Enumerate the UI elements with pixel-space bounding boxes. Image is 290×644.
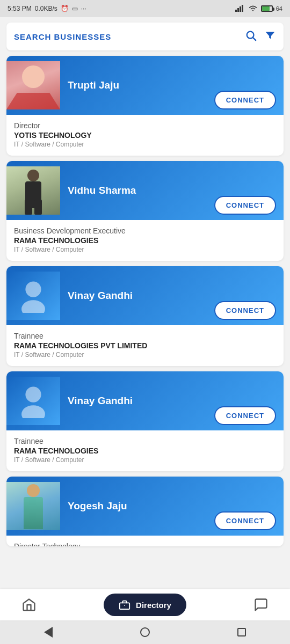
card-1-name: Trupti Jaju bbox=[60, 79, 276, 91]
card-4-body: Trainnee RAMA TECHNOLOGIES IT / Software… bbox=[6, 430, 284, 471]
alarm-icon: ⏰ bbox=[61, 5, 69, 12]
status-bar: 5:53 PM 0.0KB/s ⏰ ▭ ··· 64 bbox=[0, 0, 290, 17]
svg-point-9 bbox=[21, 405, 45, 418]
svg-rect-2 bbox=[240, 6, 241, 12]
android-recents-button[interactable] bbox=[235, 626, 248, 639]
home-nav-button[interactable] bbox=[21, 597, 37, 612]
android-nav-bar bbox=[0, 620, 290, 644]
card-1: Trupti Jaju CONNECT Director YOTIS TECHN… bbox=[6, 56, 284, 156]
bottom-nav: Directory bbox=[0, 589, 290, 620]
directory-nav-button[interactable]: Directory bbox=[104, 594, 186, 616]
card-1-header: Trupti Jaju CONNECT bbox=[6, 56, 284, 115]
card-4: Vinay Gandhi CONNECT Trainnee RAMA TECHN… bbox=[6, 371, 284, 471]
card-5-connect-button[interactable]: CONNECT bbox=[214, 511, 276, 530]
card-5-avatar bbox=[6, 482, 60, 530]
card-1-role: Director bbox=[14, 121, 276, 130]
wifi-icon bbox=[248, 4, 258, 13]
svg-rect-10 bbox=[120, 603, 129, 609]
card-2-category: IT / Software / Computer bbox=[14, 246, 276, 253]
card-1-body: Director YOTIS TECHNOLOGY IT / Software … bbox=[6, 115, 284, 156]
card-3-name: Vinay Gandhi bbox=[60, 290, 276, 302]
svg-line-5 bbox=[253, 38, 256, 40]
filter-icon[interactable] bbox=[264, 30, 276, 43]
card-1-avatar bbox=[6, 61, 60, 109]
status-right: 64 bbox=[235, 4, 282, 13]
card-3-avatar bbox=[6, 272, 60, 320]
card-5-role: Director Technology bbox=[14, 542, 276, 546]
card-4-company: RAMA TECHNOLOGIES bbox=[14, 447, 276, 455]
battery-icon bbox=[261, 5, 273, 12]
svg-rect-1 bbox=[237, 8, 239, 12]
card-3-role: Trainnee bbox=[14, 332, 276, 340]
card-5: Yogesh Jaju CONNECT Director Technology bbox=[6, 477, 284, 546]
card-1-connect-button[interactable]: CONNECT bbox=[214, 91, 276, 109]
card-2-body: Business Development Executive RAMA TECH… bbox=[6, 220, 284, 261]
messages-nav-button[interactable] bbox=[253, 597, 269, 612]
card-4-connect-button[interactable]: CONNECT bbox=[214, 406, 276, 425]
status-data: 0.0KB/s bbox=[35, 5, 57, 12]
card-1-category: IT / Software / Computer bbox=[14, 141, 276, 148]
android-back-button[interactable] bbox=[42, 626, 55, 639]
card-2-header: Vidhu Sharma CONNECT bbox=[6, 161, 284, 220]
svg-rect-3 bbox=[242, 5, 243, 12]
cards-container: Trupti Jaju CONNECT Director YOTIS TECHN… bbox=[0, 56, 290, 546]
svg-point-6 bbox=[25, 281, 41, 297]
screen-icon: ▭ bbox=[72, 5, 78, 12]
svg-point-7 bbox=[21, 300, 45, 313]
card-3-company: RAMA TECHNOLOGIES PVT LIMITED bbox=[14, 341, 276, 350]
search-bar[interactable] bbox=[6, 23, 284, 50]
battery-percent: 64 bbox=[276, 5, 282, 12]
svg-rect-0 bbox=[235, 10, 237, 12]
briefcase-icon bbox=[119, 599, 130, 611]
card-4-role: Trainnee bbox=[14, 437, 276, 445]
search-input[interactable] bbox=[14, 32, 245, 41]
card-3-header: Vinay Gandhi CONNECT bbox=[6, 266, 284, 325]
card-3-body: Trainnee RAMA TECHNOLOGIES PVT LIMITED I… bbox=[6, 325, 284, 366]
card-2: Vidhu Sharma CONNECT Business Developmen… bbox=[6, 161, 284, 261]
status-time: 5:53 PM bbox=[8, 5, 32, 12]
card-2-connect-button[interactable]: CONNECT bbox=[214, 196, 276, 215]
card-3-connect-button[interactable]: CONNECT bbox=[214, 301, 276, 320]
card-2-company: RAMA TECHNOLOGIES bbox=[14, 236, 276, 245]
signal-icon bbox=[235, 4, 245, 13]
search-icon[interactable] bbox=[245, 30, 257, 43]
card-2-avatar bbox=[6, 166, 60, 215]
card-4-header: Vinay Gandhi CONNECT bbox=[6, 371, 284, 430]
card-3: Vinay Gandhi CONNECT Trainnee RAMA TECHN… bbox=[6, 266, 284, 366]
card-4-name: Vinay Gandhi bbox=[60, 395, 276, 407]
card-2-role: Business Development Executive bbox=[14, 226, 276, 235]
search-icons bbox=[245, 30, 276, 43]
card-4-avatar bbox=[6, 377, 60, 425]
card-1-company: YOTIS TECHNOLOGY bbox=[14, 131, 276, 140]
android-home-button[interactable] bbox=[139, 626, 151, 639]
card-5-header: Yogesh Jaju CONNECT bbox=[6, 477, 284, 536]
more-icon: ··· bbox=[81, 5, 86, 12]
card-5-body: Director Technology bbox=[6, 536, 284, 546]
card-2-name: Vidhu Sharma bbox=[60, 185, 276, 196]
card-3-category: IT / Software / Computer bbox=[14, 351, 276, 358]
directory-label: Directory bbox=[136, 601, 171, 610]
card-4-category: IT / Software / Computer bbox=[14, 456, 276, 464]
card-5-name: Yogesh Jaju bbox=[60, 500, 276, 512]
status-left: 5:53 PM 0.0KB/s ⏰ ▭ ··· bbox=[8, 5, 86, 12]
svg-point-8 bbox=[25, 386, 41, 402]
